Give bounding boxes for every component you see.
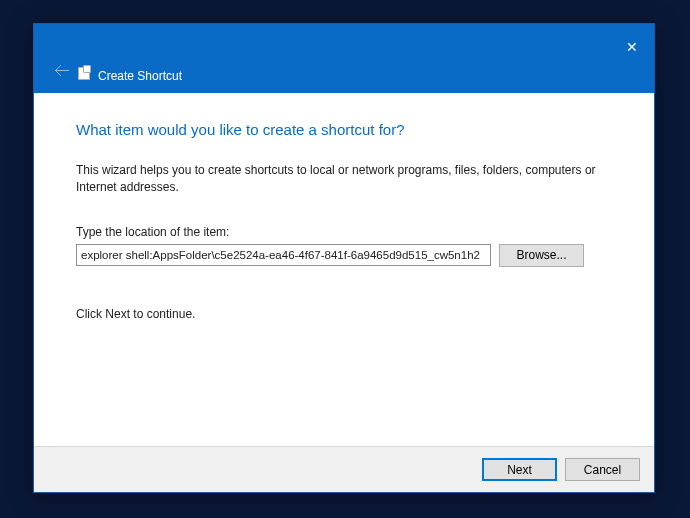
create-shortcut-dialog: ✕ 🡠 Create Shortcut What item would you …	[33, 23, 655, 493]
browse-button[interactable]: Browse...	[499, 244, 584, 267]
description-text: This wizard helps you to create shortcut…	[76, 162, 612, 197]
page-heading: What item would you like to create a sho…	[76, 121, 612, 138]
back-arrow-icon[interactable]: 🡠	[54, 63, 70, 79]
title-bar: ✕ 🡠 Create Shortcut	[34, 24, 654, 93]
next-hint-text: Click Next to continue.	[76, 307, 612, 321]
content-area: What item would you like to create a sho…	[34, 93, 654, 321]
cancel-button[interactable]: Cancel	[565, 458, 640, 481]
next-button[interactable]: Next	[482, 458, 557, 481]
location-input[interactable]	[76, 244, 491, 266]
shortcut-icon	[78, 67, 90, 80]
input-row: Browse...	[76, 244, 612, 267]
close-icon[interactable]: ✕	[610, 32, 654, 62]
button-bar: Next Cancel	[34, 446, 654, 492]
window-title: Create Shortcut	[98, 69, 182, 83]
location-label: Type the location of the item:	[76, 225, 612, 239]
